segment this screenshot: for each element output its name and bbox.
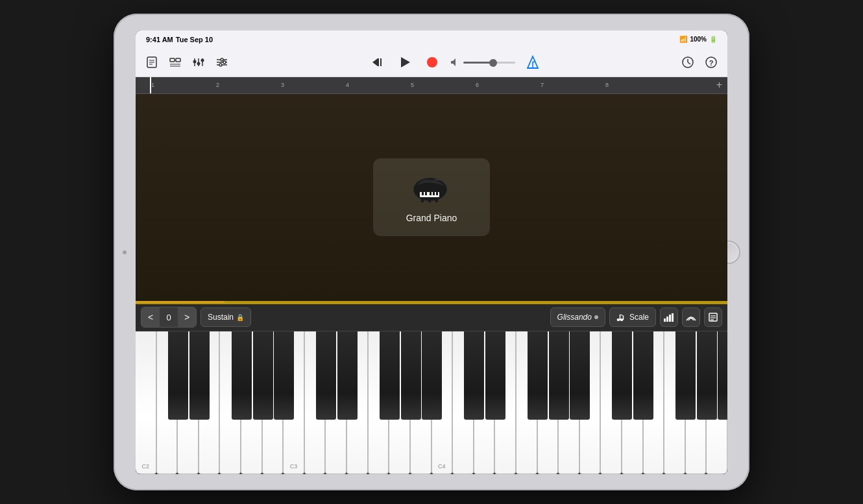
play-button[interactable]: [396, 53, 414, 71]
chord-button[interactable]: [682, 307, 700, 327]
ipad-frame: 9:41 AM Tue Sep 10 📶 100% 🔋: [114, 14, 749, 490]
black-key-ds2[interactable]: [189, 331, 210, 420]
sustain-label: Sustain: [208, 313, 234, 322]
black-key-cs4[interactable]: [464, 331, 484, 420]
ruler-marks: 1 2 3 4 5 6 7 8: [141, 77, 716, 93]
svg-point-11: [193, 60, 197, 64]
status-date: Tue Sep 10: [176, 36, 213, 43]
metronome-button[interactable]: [524, 54, 541, 71]
svg-rect-25: [380, 58, 382, 66]
black-key-ds4[interactable]: [485, 331, 505, 420]
black-key-as5[interactable]: [718, 331, 727, 420]
status-bar: 9:41 AM Tue Sep 10 📶 100% 🔋: [136, 30, 727, 49]
svg-rect-54: [669, 315, 671, 322]
scale-button[interactable]: Scale: [609, 307, 656, 327]
black-key-gs5[interactable]: [697, 331, 717, 420]
svg-rect-53: [666, 317, 668, 322]
toolbar: ?: [136, 49, 727, 77]
volume-slider[interactable]: [450, 58, 515, 67]
octave-next-button[interactable]: >: [178, 307, 196, 327]
svg-point-19: [219, 64, 222, 66]
white-key-c2[interactable]: C2: [136, 331, 156, 474]
svg-point-27: [427, 57, 437, 67]
svg-rect-5: [176, 58, 180, 62]
tracks-view-button[interactable]: [167, 54, 184, 71]
black-key-gs2[interactable]: [253, 331, 273, 420]
scale-label: Scale: [629, 313, 649, 322]
chord-icon: [685, 313, 697, 322]
record-button[interactable]: [423, 53, 441, 71]
toolbar-right: ?: [679, 54, 720, 71]
piano-keyboard: C2 C3 C4: [136, 331, 727, 474]
white-keys: C2 C3 C4: [136, 331, 727, 474]
black-key-fs4[interactable]: [528, 331, 548, 420]
instrument-name[interactable]: Grand Piano: [406, 213, 457, 223]
ruler-mark-1: 1: [151, 82, 154, 88]
svg-rect-42: [433, 192, 435, 195]
instrument-area[interactable]: Grand Piano: [136, 94, 727, 301]
black-key-as2[interactable]: [274, 331, 294, 420]
black-key-cs2[interactable]: [168, 331, 188, 420]
arpeggio-icon: [663, 313, 675, 322]
notes-button[interactable]: [704, 307, 722, 327]
music-notes-icon: [616, 313, 627, 322]
black-key-fs2[interactable]: [232, 331, 252, 420]
svg-rect-45: [435, 197, 438, 202]
rewind-button[interactable]: [369, 53, 387, 71]
volume-track[interactable]: [463, 62, 515, 64]
ruler-mark-2: 2: [216, 82, 219, 88]
glissando-button[interactable]: Glissando: [550, 307, 605, 327]
svg-line-34: [688, 62, 690, 64]
eq-settings-button[interactable]: [213, 54, 230, 71]
black-key-as3[interactable]: [422, 331, 442, 420]
key-label-c3: C3: [290, 463, 298, 470]
svg-point-12: [197, 62, 201, 66]
svg-rect-4: [170, 58, 175, 62]
wifi-icon: 📶: [679, 36, 687, 43]
clock-button[interactable]: [679, 54, 696, 71]
arpeggio-button[interactable]: [660, 307, 678, 327]
lock-icon: 🔒: [236, 314, 244, 321]
add-track-button[interactable]: +: [716, 79, 722, 91]
status-right: 📶 100% 🔋: [679, 36, 717, 43]
black-key-gs3[interactable]: [401, 331, 421, 420]
notes-icon: [708, 312, 718, 322]
volume-thumb[interactable]: [489, 59, 497, 67]
screen: 9:41 AM Tue Sep 10 📶 100% 🔋: [136, 30, 727, 474]
octave-prev-button[interactable]: <: [141, 307, 160, 327]
key-label-c2: C2: [142, 463, 150, 470]
black-key-ds3[interactable]: [337, 331, 358, 420]
black-key-ds5[interactable]: [633, 331, 653, 420]
black-key-cs5[interactable]: [612, 331, 632, 420]
glissando-dot: [594, 315, 598, 319]
svg-rect-52: [664, 318, 666, 322]
timeline-ruler: 1 2 3 4 5 6 7 8 +: [136, 77, 727, 94]
keyboard-controls: < 0 > Sustain 🔒 Glissando: [136, 303, 727, 331]
toolbar-center: [236, 53, 674, 71]
octave-control: < 0 >: [141, 307, 197, 328]
ruler-mark-3: 3: [281, 82, 284, 88]
new-track-button[interactable]: [143, 54, 160, 71]
black-key-fs5[interactable]: [675, 331, 696, 420]
sustain-button[interactable]: Sustain 🔒: [201, 307, 251, 327]
toolbar-left: [143, 54, 230, 71]
status-left: 9:41 AM Tue Sep 10: [146, 36, 213, 43]
glissando-label: Glissando: [557, 313, 592, 322]
svg-text:?: ?: [709, 59, 714, 67]
svg-rect-55: [672, 313, 674, 322]
svg-rect-39: [422, 192, 424, 195]
side-button[interactable]: [123, 250, 127, 254]
svg-point-17: [221, 58, 223, 61]
instrument-card[interactable]: Grand Piano: [373, 158, 490, 236]
black-key-fs3[interactable]: [380, 331, 400, 420]
svg-marker-23: [372, 58, 378, 66]
svg-rect-40: [425, 192, 427, 195]
ruler-mark-7: 7: [541, 82, 544, 88]
status-time: 9:41 AM: [146, 36, 173, 43]
svg-point-13: [201, 59, 204, 62]
help-button[interactable]: ?: [703, 54, 720, 71]
mixer-button[interactable]: [190, 54, 207, 71]
black-key-as4[interactable]: [570, 331, 590, 420]
black-key-gs4[interactable]: [549, 331, 569, 420]
black-key-cs3[interactable]: [316, 331, 336, 420]
